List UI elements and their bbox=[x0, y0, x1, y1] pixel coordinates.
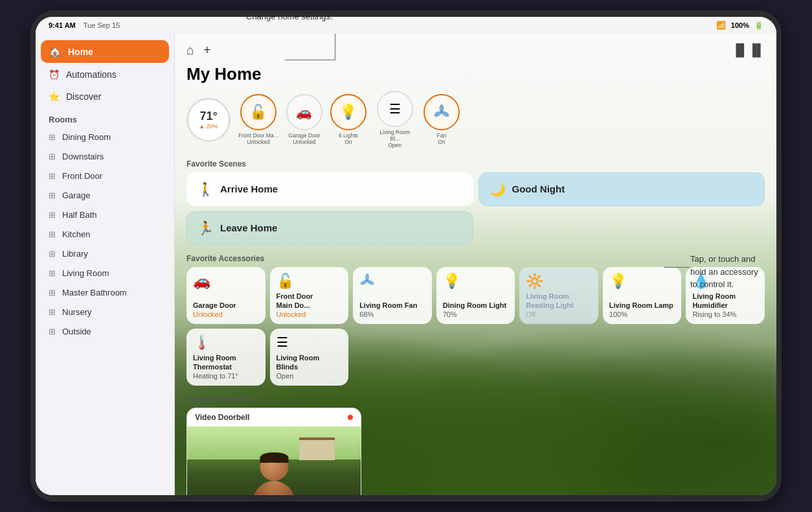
lights-status[interactable]: 💡 6 LightsOn bbox=[330, 94, 367, 145]
leave-home-scene[interactable]: 🏃 Leave Home bbox=[186, 211, 473, 245]
camera-live-dot bbox=[348, 415, 353, 420]
sidebar-item-master-bath[interactable]: ⊞ Master Bathroom bbox=[41, 283, 169, 302]
time-display: 9:41 AM bbox=[49, 21, 76, 29]
dining-light-name: Dining Room Light bbox=[443, 301, 509, 310]
living-lamp-name: Living Room Lamp bbox=[609, 301, 675, 310]
discover-icon: ⭐ bbox=[49, 91, 60, 102]
goodnight-icon: 🌙 bbox=[490, 181, 506, 197]
sidebar-item-front-door[interactable]: ⊞ Front Door bbox=[41, 167, 169, 185]
room-icon-front-door: ⊞ bbox=[49, 171, 56, 181]
blinds-status[interactable]: ☰ Living Room Bl...Open bbox=[374, 91, 416, 149]
sidebar-home-label: Home bbox=[68, 47, 93, 57]
accessory-living-lamp[interactable]: 💡 Living Room Lamp 100% bbox=[603, 267, 682, 324]
accessory-garage-door[interactable]: 🚗 Garage Door Unlocked bbox=[186, 267, 265, 324]
reading-light-status: Off bbox=[526, 310, 592, 318]
blinds-name: Living Room Blinds bbox=[276, 353, 343, 372]
favorite-accessories-title: Favorite Accessories bbox=[186, 254, 765, 263]
accessory-dining-light[interactable]: 💡 Dining Room Light 70% bbox=[436, 267, 515, 324]
sidebar-discover-label: Discover bbox=[66, 91, 101, 102]
accessory-living-fan[interactable]: Living Room Fan 68% bbox=[353, 267, 432, 324]
thermostat-name: Living Room Thermostat bbox=[193, 353, 259, 372]
blinds-status: Open bbox=[276, 372, 343, 380]
temperature-widget[interactable]: 71° ▲ 20% bbox=[186, 98, 231, 142]
add-button[interactable]: + bbox=[203, 43, 211, 58]
page-title: My Home bbox=[186, 64, 765, 84]
home-settings-button[interactable]: ⌂ bbox=[186, 43, 194, 58]
rooms-section-title: Rooms bbox=[36, 108, 174, 127]
camera-card[interactable]: Video Doorbell bbox=[186, 408, 361, 495]
garage-door-name: Garage Door bbox=[193, 301, 259, 310]
garage-door-status: Unlocked bbox=[193, 310, 259, 318]
arrive-home-scene[interactable]: 🚶 Arrive Home bbox=[186, 172, 473, 206]
status-bar: 9:41 AM Tue Sep 15 📶 100% 🔋 bbox=[36, 17, 776, 34]
accessory-reading-light[interactable]: 🔆 Living RoomReading Light Off bbox=[519, 267, 598, 324]
battery-display: 100% bbox=[731, 21, 749, 29]
front-door-status[interactable]: 🔓 Front Door Ma...Unlocked bbox=[238, 94, 278, 145]
arrive-icon: 🚶 bbox=[197, 181, 214, 197]
blinds-icon: ☰ bbox=[276, 334, 343, 350]
sidebar-item-home[interactable]: 🏠 Home bbox=[41, 40, 169, 63]
garage-door-status[interactable]: 🚗 Garage DoorUnlocked bbox=[286, 94, 322, 145]
date-display: Tue Sep 15 bbox=[84, 21, 120, 29]
sidebar-item-discover[interactable]: ⭐ Discover bbox=[41, 86, 169, 107]
wifi-icon: 📶 bbox=[716, 21, 726, 30]
quick-status-row: 71° ▲ 20% 🔓 Front Door Ma...Unlocked 🚗 G… bbox=[186, 91, 765, 149]
audio-waves-icon[interactable]: ▐▌▐▌ bbox=[732, 43, 765, 57]
living-fan-icon bbox=[359, 273, 425, 292]
accessories-row-2: 🌡️ Living Room Thermostat Heating to 71°… bbox=[186, 329, 765, 386]
room-icon-living-room: ⊞ bbox=[49, 268, 56, 278]
sidebar-item-garage[interactable]: ⊞ Garage bbox=[41, 186, 169, 205]
right-annotation: Tap, or touch andhold an accessoryto con… bbox=[690, 253, 794, 291]
sidebar-item-outside[interactable]: ⊞ Outside bbox=[41, 322, 169, 341]
room-icon-master-bath: ⊞ bbox=[49, 288, 56, 297]
home-icon: 🏠 bbox=[49, 45, 62, 58]
room-icon-library: ⊞ bbox=[49, 249, 56, 259]
front-door-name: Front DoorMain Do... bbox=[276, 292, 343, 310]
sidebar-item-kitchen[interactable]: ⊞ Kitchen bbox=[41, 225, 169, 244]
sidebar-item-half-bath[interactable]: ⊞ Half Bath bbox=[41, 205, 169, 224]
garage-door-icon: 🚗 bbox=[193, 273, 259, 290]
accessory-thermostat[interactable]: 🌡️ Living Room Thermostat Heating to 71° bbox=[186, 329, 265, 386]
humidifier-name: Living Room Humidifier bbox=[692, 292, 758, 310]
temp-sub: ▲ 20% bbox=[199, 123, 218, 130]
front-door-icon: 🔓 bbox=[276, 273, 343, 290]
thermostat-status: Heating to 71° bbox=[193, 372, 259, 380]
sidebar-automations-label: Automations bbox=[66, 69, 117, 80]
room-icon-half-bath: ⊞ bbox=[49, 210, 56, 220]
temp-value: 71° bbox=[199, 110, 217, 123]
main-content: ⌂ + ▐▌▐▌ My Home 71° ▲ 20% bbox=[175, 34, 776, 495]
fan-status[interactable]: FanOn bbox=[423, 94, 460, 145]
favorite-cameras-title: Favorite Cameras bbox=[186, 395, 765, 404]
sidebar-item-living-room[interactable]: ⊞ Living Room bbox=[41, 264, 169, 283]
sidebar: 🏠 Home ⏰ Automations ⭐ Discover bbox=[36, 34, 175, 495]
sidebar-item-downstairs[interactable]: ⊞ Downstairs bbox=[41, 147, 169, 166]
thermostat-icon: 🌡️ bbox=[193, 334, 259, 351]
reading-light-name: Living RoomReading Light bbox=[526, 292, 592, 310]
good-night-scene[interactable]: 🌙 Good Night bbox=[479, 172, 765, 206]
room-icon-outside: ⊞ bbox=[49, 327, 56, 336]
top-annotation: Change home settings. bbox=[246, 12, 333, 21]
battery-icon: 🔋 bbox=[754, 21, 763, 30]
room-icon-nursery: ⊞ bbox=[49, 307, 56, 317]
accessory-front-door[interactable]: 🔓 Front DoorMain Do... Unlocked bbox=[270, 267, 349, 324]
dining-light-status: 70% bbox=[443, 310, 509, 318]
sidebar-item-library[interactable]: ⊞ Library bbox=[41, 244, 169, 263]
sidebar-item-automations[interactable]: ⏰ Automations bbox=[41, 64, 169, 85]
room-icon-dining: ⊞ bbox=[49, 132, 56, 142]
dining-light-icon: 💡 bbox=[443, 273, 509, 290]
room-icon-garage: ⊞ bbox=[49, 191, 56, 200]
reading-light-icon: 🔆 bbox=[526, 273, 592, 290]
goodnight-label: Good Night bbox=[512, 183, 565, 194]
camera-name: Video Doorbell bbox=[195, 413, 249, 422]
accessory-blinds[interactable]: ☰ Living Room Blinds Open bbox=[270, 329, 349, 386]
living-lamp-status: 100% bbox=[609, 310, 675, 318]
sidebar-item-dining-room[interactable]: ⊞ Dining Room bbox=[41, 128, 169, 146]
humidifier-status: Rising to 34% bbox=[692, 310, 758, 318]
sidebar-item-nursery[interactable]: ⊞ Nursery bbox=[41, 303, 169, 321]
favorite-scenes-title: Favorite Scenes bbox=[186, 159, 765, 169]
living-fan-name: Living Room Fan bbox=[359, 301, 425, 310]
svg-point-5 bbox=[365, 273, 369, 281]
svg-point-1 bbox=[439, 104, 444, 112]
top-toolbar: ⌂ + ▐▌▐▌ bbox=[186, 39, 765, 62]
room-icon-kitchen: ⊞ bbox=[49, 229, 56, 239]
